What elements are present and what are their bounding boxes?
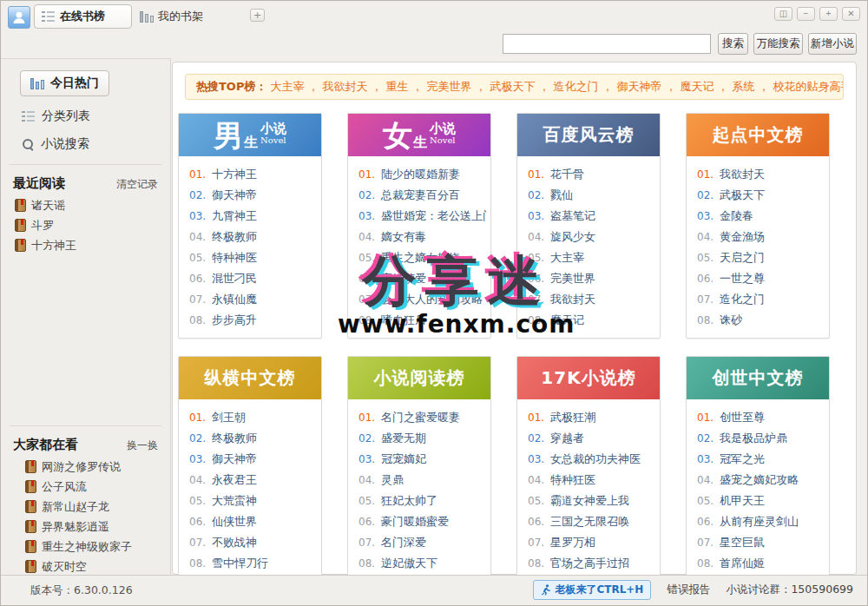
book-link[interactable]: 首席仙姬: [720, 556, 765, 571]
book-link[interactable]: 终极教师: [212, 431, 257, 446]
book-link[interactable]: 特种狂医: [550, 472, 595, 488]
book-link[interactable]: 冠军之光: [720, 451, 765, 467]
minimize-button[interactable]: −: [797, 7, 815, 21]
book-link[interactable]: 三国之无限召唤: [550, 514, 629, 530]
book-link[interactable]: 盛世婚宠：老公送上门: [381, 208, 487, 224]
maximize-button[interactable]: +: [819, 7, 838, 21]
book-list-item[interactable]: 重生之神级败家子: [1, 537, 170, 557]
sidebar-item-category-list[interactable]: 分类列表: [22, 109, 170, 124]
book-link[interactable]: 逆妃傲天下: [381, 556, 437, 571]
book-link[interactable]: 冠宠嫡妃: [381, 451, 426, 467]
hot-search-link[interactable]: 系统: [732, 80, 754, 93]
book-link[interactable]: 灵鼎: [381, 472, 404, 488]
book-link[interactable]: 永镇仙魔: [212, 292, 257, 307]
search-input[interactable]: [503, 34, 711, 54]
sidebar-item-today-hot[interactable]: 今日热门: [20, 70, 109, 96]
book-link[interactable]: 戮仙: [550, 188, 573, 203]
book-link[interactable]: 机甲天王: [720, 493, 765, 509]
book-link[interactable]: 步步高升: [212, 313, 257, 328]
book-link[interactable]: 大荒蛮神: [212, 493, 257, 509]
book-link[interactable]: 嗜血狂后: [381, 313, 426, 328]
book-link[interactable]: 混世刁民: [212, 271, 257, 287]
hot-search-link[interactable]: 武极天下: [490, 80, 535, 93]
book-link[interactable]: 盗墓笔记: [550, 208, 595, 224]
book-link[interactable]: 雪中悍刀行: [212, 556, 268, 571]
book-link[interactable]: 我欲封天: [550, 292, 595, 307]
book-link[interactable]: 永夜君王: [212, 472, 257, 488]
clear-history-link[interactable]: 清空记录: [116, 177, 158, 192]
skin-button[interactable]: ◫: [774, 7, 792, 21]
error-report-link[interactable]: 错误报告: [667, 583, 710, 597]
book-link[interactable]: 名门深爱: [381, 535, 426, 550]
book-link[interactable]: 九霄神王: [212, 208, 257, 224]
book-link[interactable]: 御天神帝: [212, 188, 257, 203]
shuffle-link[interactable]: 换一换: [127, 438, 158, 453]
book-list-item[interactable]: 诸天谣: [1, 195, 170, 215]
book-link[interactable]: 剑王朝: [212, 410, 246, 425]
book-link[interactable]: 官场之高手过招: [550, 556, 629, 571]
book-link[interactable]: 花千骨: [550, 167, 584, 182]
book-link[interactable]: 完美世界: [550, 271, 595, 287]
add-novel-button[interactable]: 新增小说: [808, 33, 857, 55]
book-link[interactable]: 霸道女神爱上我: [550, 493, 629, 509]
book-link[interactable]: 不败战神: [212, 535, 257, 550]
hot-search-link[interactable]: 造化之门: [553, 80, 598, 93]
hot-search-link[interactable]: 大主宰: [270, 80, 304, 93]
book-link[interactable]: 盛爱无期: [381, 431, 426, 446]
book-link[interactable]: 特种神医: [212, 250, 257, 266]
book-list-item[interactable]: 破灭时空: [1, 557, 170, 576]
book-link[interactable]: 豪门暖婚蜜爱: [381, 514, 449, 530]
super-search-button[interactable]: 万能搜索: [753, 33, 803, 55]
sidebar-item-novel-search[interactable]: 小说搜索: [22, 136, 170, 152]
add-tab-button[interactable]: +: [250, 9, 265, 22]
book-link[interactable]: 魔天记: [550, 313, 584, 328]
book-link[interactable]: 宠婚萌爱: [381, 271, 426, 287]
book-link[interactable]: 陆少的暖婚新妻: [381, 167, 460, 182]
book-link[interactable]: 造化之门: [720, 292, 765, 307]
book-link[interactable]: 武极狂潮: [550, 410, 595, 425]
hot-search-link[interactable]: 御天神帝: [616, 80, 661, 93]
search-button[interactable]: 搜索: [718, 33, 748, 55]
book-link[interactable]: 星空巨鼠: [720, 535, 765, 550]
book-link[interactable]: 武极天下: [720, 188, 765, 203]
book-link[interactable]: 诛砂: [720, 313, 742, 328]
user-avatar[interactable]: [8, 6, 30, 29]
book-link[interactable]: 御天神帝: [212, 451, 257, 467]
book-list-item[interactable]: 网游之修罗传说: [1, 457, 170, 477]
hot-search-link[interactable]: 校花的贴身高手: [773, 80, 844, 93]
book-link[interactable]: 星罗万相: [550, 535, 595, 550]
book-link[interactable]: 黄金渔场: [720, 229, 765, 245]
book-link[interactable]: 狂妃太帅了: [381, 493, 437, 509]
book-link[interactable]: 女总裁的功夫神医: [550, 451, 641, 467]
book-link[interactable]: 终极教师: [212, 229, 257, 245]
book-link[interactable]: 旋风少女: [550, 229, 595, 245]
book-list-item[interactable]: 十方神王: [1, 235, 170, 255]
book-link[interactable]: 嫡女有毒: [381, 229, 426, 245]
close-button[interactable]: ✕: [842, 7, 860, 21]
book-link[interactable]: 仙侠世界: [212, 514, 257, 530]
book-link[interactable]: 天启之门: [720, 250, 765, 266]
book-list-item[interactable]: 新常山赵子龙: [1, 497, 170, 517]
hot-search-link[interactable]: 完美世界: [426, 80, 471, 93]
book-link[interactable]: 金陵春: [720, 208, 753, 224]
book-link[interactable]: 从前有座灵剑山: [720, 514, 799, 530]
book-link[interactable]: 名门之蜜爱暖妻: [381, 410, 460, 425]
book-link[interactable]: 穿越者: [550, 431, 584, 446]
book-list-item[interactable]: 斗罗: [1, 215, 170, 235]
book-link[interactable]: 总裁宠妻百分百: [381, 188, 460, 203]
book-link[interactable]: 十方神王: [212, 167, 257, 182]
book-list-item[interactable]: 异界魅影逍遥: [1, 517, 170, 537]
book-list-item[interactable]: 公子风流: [1, 477, 170, 497]
book-link[interactable]: 大主宰: [550, 250, 584, 266]
book-link[interactable]: 盛宠之嫡妃攻略: [720, 472, 799, 488]
book-link[interactable]: 一世之尊: [720, 271, 765, 287]
book-link[interactable]: 我是极品炉鼎: [720, 431, 787, 446]
hot-search-link[interactable]: 我欲封天: [322, 80, 367, 93]
boss-key-button[interactable]: 老板来了CTRL+H: [533, 580, 651, 600]
book-link[interactable]: 会长大人的契约攻略: [381, 292, 483, 307]
book-link[interactable]: 我欲封天: [720, 167, 765, 182]
book-link[interactable]: 重生之嫡女妖娆: [381, 250, 460, 266]
hot-search-link[interactable]: 重生: [385, 80, 408, 93]
tab-my-bookshelf[interactable]: 我的书架: [140, 7, 203, 26]
tab-online-booklist[interactable]: 在线书榜: [34, 4, 132, 29]
